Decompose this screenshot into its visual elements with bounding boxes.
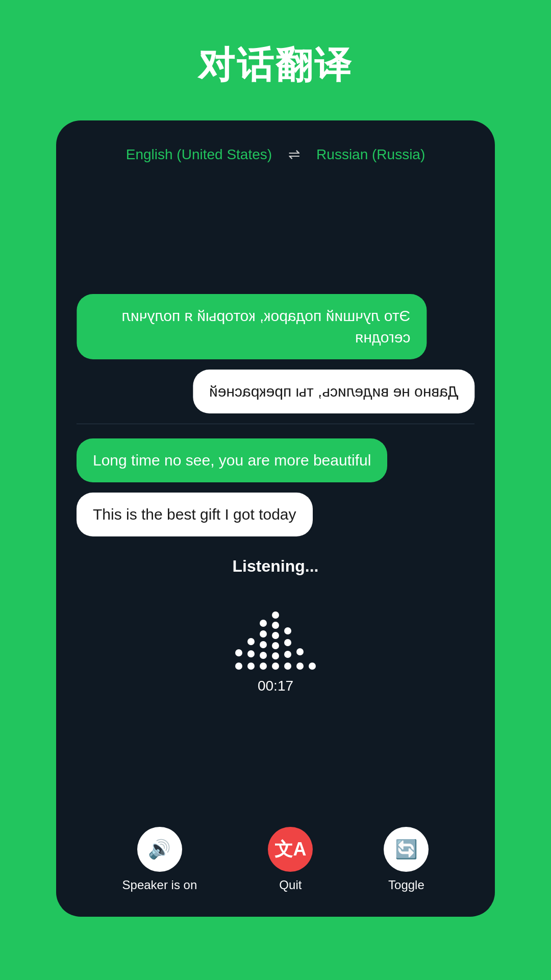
bottom-controls: 🔊 Speaker is on 文A Quit 🔄 Toggle <box>56 817 495 917</box>
speaker-control: 🔊 Speaker is on <box>122 827 197 892</box>
language-bar: English (United States) ⇌ Russian (Russi… <box>56 141 495 178</box>
wave-col-7 <box>309 663 316 670</box>
message-green: Long time no see, you are more beautiful <box>77 438 387 482</box>
main-card: English (United States) ⇌ Russian (Russi… <box>56 120 495 917</box>
source-language[interactable]: English (United States) <box>126 146 272 163</box>
quit-label: Quit <box>279 878 302 892</box>
swap-icon[interactable]: ⇌ <box>288 146 300 163</box>
flipped-message-white: Давно не виделись, ты прекрасней <box>193 370 474 413</box>
quit-control: 文A Quit <box>268 827 313 892</box>
toggle-button[interactable]: 🔄 <box>384 827 429 872</box>
toggle-icon: 🔄 <box>395 839 418 860</box>
lower-chat-area: Long time no see, you are more beautiful… <box>56 424 495 547</box>
timer: 00:17 <box>258 678 293 694</box>
upper-chat-area: Это лучший подарок, который я получил се… <box>56 178 495 424</box>
toggle-control: 🔄 Toggle <box>384 827 429 892</box>
speaker-button[interactable]: 🔊 <box>137 827 182 872</box>
speaker-icon: 🔊 <box>148 839 171 860</box>
quit-button[interactable]: 文A <box>268 827 313 872</box>
toggle-label: Toggle <box>388 878 424 892</box>
flipped-message-green: Это лучший подарок, который я получил се… <box>77 294 427 359</box>
wave-col-3 <box>260 620 267 670</box>
wave-col-4 <box>272 611 279 670</box>
listening-section: Listening... <box>56 547 495 817</box>
speaker-label: Speaker is on <box>122 878 197 892</box>
message-white: This is the best gift I got today <box>77 493 313 536</box>
listening-label: Listening... <box>233 557 319 576</box>
wave-col-2 <box>247 638 255 670</box>
translate-icon: 文A <box>274 837 306 862</box>
wave-col-6 <box>296 648 304 670</box>
wave-col-1 <box>235 649 242 670</box>
wave-col-5 <box>284 627 291 670</box>
target-language[interactable]: Russian (Russia) <box>316 146 425 163</box>
app-title: 对话翻译 <box>198 41 353 90</box>
waveform <box>235 588 316 670</box>
